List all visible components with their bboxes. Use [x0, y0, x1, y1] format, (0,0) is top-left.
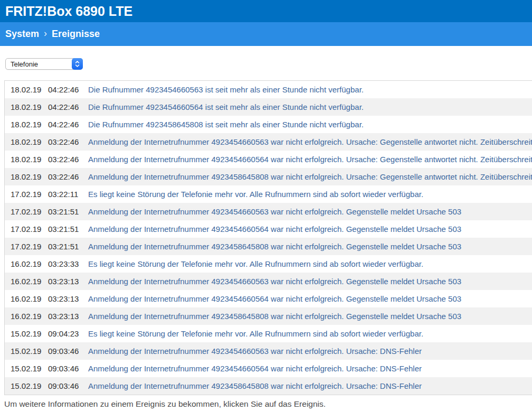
event-time: 04:22:46: [48, 120, 88, 129]
event-message-link[interactable]: Anmeldung der Internetrufnummer 49234546…: [88, 207, 461, 216]
event-date: 16.02.19: [5, 259, 48, 268]
event-table: 18.02.1904:22:46Die Rufnummer 4923454660…: [4, 80, 532, 395]
event-time: 04:22:46: [48, 85, 88, 94]
event-message-link[interactable]: Es liegt keine Störung der Telefonie meh…: [88, 259, 423, 268]
event-row[interactable]: 18.02.1904:22:46Die Rufnummer 4923458645…: [5, 116, 532, 133]
event-date: 15.02.19: [5, 347, 48, 356]
chevron-right-icon: ›: [44, 28, 47, 39]
event-time: 03:22:46: [48, 155, 88, 164]
event-message-link[interactable]: Anmeldung der Internetrufnummer 49234586…: [88, 172, 532, 181]
event-date: 16.02.19: [5, 294, 48, 303]
event-row[interactable]: 18.02.1903:22:46Anmeldung der Internetru…: [5, 168, 532, 185]
event-time: 03:21:51: [48, 207, 88, 216]
event-date: 17.02.19: [5, 207, 48, 216]
event-time: 03:21:51: [48, 225, 88, 233]
event-date: 18.02.19: [5, 137, 48, 146]
event-message-link[interactable]: Anmeldung der Internetrufnummer 49234546…: [88, 155, 532, 164]
breadcrumb: System › Ereignisse: [0, 22, 532, 46]
event-row[interactable]: 18.02.1903:22:46Anmeldung der Internetru…: [5, 133, 532, 151]
event-date: 17.02.19: [5, 190, 48, 199]
event-message-link[interactable]: Es liegt keine Störung der Telefonie meh…: [88, 190, 423, 199]
event-time: 09:03:46: [48, 364, 88, 373]
event-message-link[interactable]: Anmeldung der Internetrufnummer 49234546…: [88, 277, 461, 286]
event-date: 18.02.19: [5, 120, 48, 129]
event-time: 03:22:46: [48, 172, 88, 181]
event-row[interactable]: 17.02.1903:21:51Anmeldung der Internetru…: [5, 238, 532, 255]
event-filter-value: Telefonie: [11, 60, 38, 68]
select-stepper-icon: [72, 58, 83, 70]
event-message-link[interactable]: Die Rufnummer 4923454660563 ist seit meh…: [88, 85, 364, 94]
event-row[interactable]: 17.02.1903:21:51Anmeldung der Internetru…: [5, 220, 532, 238]
event-date: 18.02.19: [5, 85, 48, 94]
event-time: 03:21:51: [48, 242, 88, 251]
event-message-link[interactable]: Anmeldung der Internetrufnummer 49234546…: [88, 137, 532, 146]
event-row[interactable]: 17.02.1903:22:11Es liegt keine Störung d…: [5, 185, 532, 203]
event-row[interactable]: 15.02.1909:04:23Es liegt keine Störung d…: [5, 325, 532, 342]
event-message-link[interactable]: Anmeldung der Internetrufnummer 49234586…: [88, 242, 461, 251]
event-date: 17.02.19: [5, 242, 48, 251]
event-time: 03:23:13: [48, 277, 88, 286]
event-time: 03:23:33: [48, 259, 88, 268]
event-row[interactable]: 15.02.1909:03:46Anmeldung der Internetru…: [5, 360, 532, 377]
event-row[interactable]: 16.02.1903:23:13Anmeldung der Internetru…: [5, 290, 532, 307]
event-message-link[interactable]: Die Rufnummer 4923454660564 ist seit meh…: [88, 102, 364, 111]
event-time: 09:03:46: [48, 381, 88, 390]
event-time: 03:22:46: [48, 137, 88, 146]
event-row[interactable]: 17.02.1903:21:51Anmeldung der Internetru…: [5, 203, 532, 220]
event-date: 15.02.19: [5, 329, 48, 338]
page: FRITZ!Box 6890 LTE System › Ereignisse T…: [0, 0, 532, 411]
event-message-link[interactable]: Anmeldung der Internetrufnummer 49234546…: [88, 294, 461, 303]
event-time: 03:23:13: [48, 312, 88, 321]
event-date: 15.02.19: [5, 381, 48, 390]
event-time: 03:23:13: [48, 294, 88, 303]
event-message-link[interactable]: Anmeldung der Internetrufnummer 49234586…: [88, 312, 461, 321]
breadcrumb-item-system[interactable]: System: [5, 29, 39, 40]
event-row[interactable]: 18.02.1903:22:46Anmeldung der Internetru…: [5, 151, 532, 168]
event-date: 18.02.19: [5, 172, 48, 181]
event-row[interactable]: 18.02.1904:22:46Die Rufnummer 4923454660…: [5, 81, 532, 98]
event-date: 16.02.19: [5, 312, 48, 321]
event-time: 09:04:23: [48, 329, 88, 338]
event-row[interactable]: 16.02.1903:23:33Es liegt keine Störung d…: [5, 255, 532, 273]
event-row[interactable]: 15.02.1909:03:46Anmeldung der Internetru…: [5, 377, 532, 395]
event-date: 18.02.19: [5, 155, 48, 164]
event-time: 09:03:46: [48, 347, 88, 356]
event-date: 17.02.19: [5, 225, 48, 233]
event-message-link[interactable]: Anmeldung der Internetrufnummer 49234546…: [88, 225, 461, 233]
event-message-link[interactable]: Die Rufnummer 4923458645808 ist seit meh…: [88, 120, 364, 129]
app-title: FRITZ!Box 6890 LTE: [5, 4, 132, 19]
event-date: 15.02.19: [5, 364, 48, 373]
event-row[interactable]: 16.02.1903:23:13Anmeldung der Internetru…: [5, 307, 532, 325]
event-time: 03:22:11: [48, 190, 88, 199]
app-header: FRITZ!Box 6890 LTE: [0, 0, 532, 22]
footer-hint: Um weitere Informationen zu einem Ereign…: [4, 399, 326, 409]
event-filter-select[interactable]: Telefonie: [5, 58, 83, 70]
event-time: 04:22:46: [48, 102, 88, 111]
event-row[interactable]: 15.02.1909:03:46Anmeldung der Internetru…: [5, 342, 532, 360]
event-message-link[interactable]: Anmeldung der Internetrufnummer 49234586…: [88, 381, 422, 390]
event-date: 16.02.19: [5, 277, 48, 286]
event-message-link[interactable]: Es liegt keine Störung der Telefonie meh…: [88, 329, 423, 338]
event-message-link[interactable]: Anmeldung der Internetrufnummer 49234546…: [88, 347, 422, 356]
event-date: 18.02.19: [5, 102, 48, 111]
event-row[interactable]: 16.02.1903:23:13Anmeldung der Internetru…: [5, 273, 532, 290]
event-message-link[interactable]: Anmeldung der Internetrufnummer 49234546…: [88, 364, 422, 373]
breadcrumb-item-ereignisse: Ereignisse: [52, 29, 100, 40]
event-row[interactable]: 18.02.1904:22:46Die Rufnummer 4923454660…: [5, 98, 532, 116]
